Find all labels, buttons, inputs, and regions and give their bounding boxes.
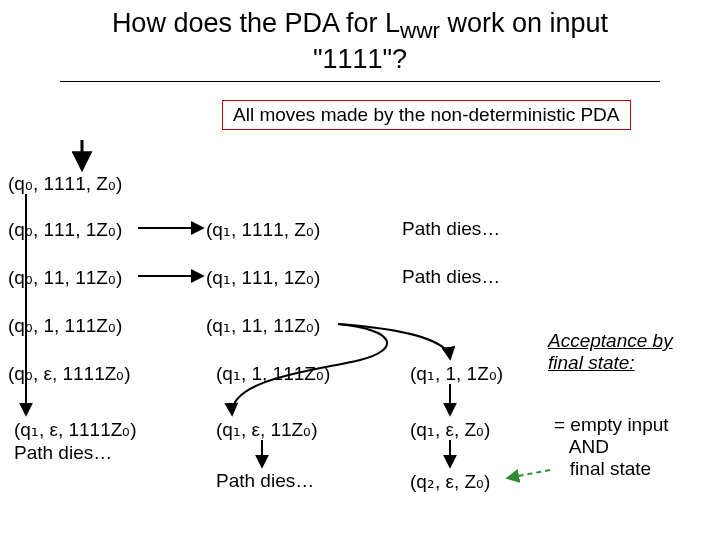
node-a5b: Path dies… (14, 442, 112, 464)
node-b1: (q₁, 1111, Z₀) (206, 218, 320, 241)
node-a5a: (q₁, ε, 1111Z₀) (14, 418, 137, 441)
node-c1: Path dies… (402, 218, 500, 240)
node-a2: (q₀, 11, 11Z₀) (8, 266, 122, 289)
svg-line-1 (508, 470, 550, 478)
node-a4: (q₀, ε, 1111Z₀) (8, 362, 131, 385)
node-b5: (q₁, ε, 11Z₀) (216, 418, 318, 441)
node-a3: (q₀, 1, 111Z₀) (8, 314, 122, 337)
node-c2: Path dies… (402, 266, 500, 288)
title-part2: "1111"? (313, 44, 407, 74)
node-b2: (q₁, 111, 1Z₀) (206, 266, 320, 289)
title-rule (60, 81, 660, 82)
note-l1: = empty input (554, 414, 669, 435)
note-l2: AND (569, 436, 609, 457)
acceptance-label: Acceptance by final state: (548, 330, 708, 374)
note: = empty input AND final state (554, 414, 669, 480)
node-a1: (q₀, 111, 1Z₀) (8, 218, 122, 241)
subtitle-box: All moves made by the non-deterministic … (222, 100, 631, 130)
note-l3: final state (570, 458, 651, 479)
node-b3: (q₁, 11, 11Z₀) (206, 314, 320, 337)
title-part1: How does the PDA for L (112, 8, 400, 38)
node-c4: (q₁, 1, 1Z₀) (410, 362, 503, 385)
title-part1b: work on input (440, 8, 608, 38)
node-c5: (q₁, ε, Z₀) (410, 418, 490, 441)
node-c6: (q₂, ε, Z₀) (410, 470, 490, 493)
node-a0: (q₀, 1111, Z₀) (8, 172, 122, 195)
node-b4: (q₁, 1, 111Z₀) (216, 362, 330, 385)
title-sub: wwr (400, 18, 440, 43)
slide-title: How does the PDA for Lwwr work on input … (0, 0, 720, 81)
node-b6: Path dies… (216, 470, 314, 492)
